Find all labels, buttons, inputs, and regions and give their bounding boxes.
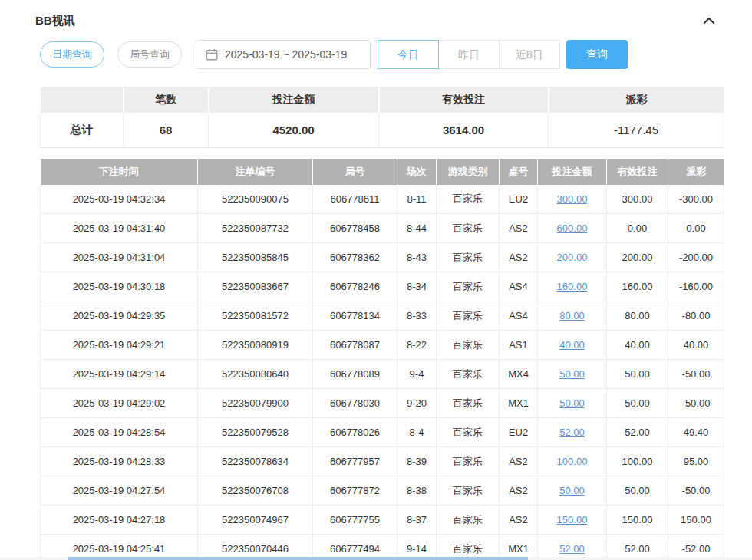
table-no-cell: AS1 <box>500 331 538 360</box>
game-type-cell: 百家乐 <box>437 243 500 272</box>
bet-amount-cell: 50.00 <box>538 476 607 506</box>
bet-amount-link[interactable]: 300.00 <box>557 193 588 205</box>
col-header-bet-time: 下注时间 <box>41 159 198 185</box>
order-no-cell: 522350080640 <box>198 360 313 389</box>
order-no-cell: 522350079900 <box>198 389 313 418</box>
bet-amount-cell: 300.00 <box>538 185 607 214</box>
round-no-cell: 606778134 <box>313 301 397 331</box>
table-no-cell: AS2 <box>500 447 538 476</box>
table-no-cell: EU2 <box>500 185 538 214</box>
session-cell: 9-20 <box>397 389 437 418</box>
payout-cell: 49.40 <box>668 418 724 447</box>
table-row: 2025-03-19 04:27:54522350076708606777872… <box>41 476 724 506</box>
session-cell: 8-44 <box>397 214 437 243</box>
session-cell: 8-22 <box>397 331 437 360</box>
bet-amount-cell: 50.00 <box>538 360 607 389</box>
col-header-bet-amount: 投注金额 <box>538 159 607 185</box>
table-no-cell: MX1 <box>500 535 538 560</box>
bet-time-cell: 2025-03-19 04:32:34 <box>41 185 198 214</box>
bet-time-cell: 2025-03-19 04:29:35 <box>41 301 198 331</box>
payout-cell: -52.00 <box>668 535 724 560</box>
date-range-picker[interactable]: 2025-03-19 ~ 2025-03-19 <box>196 40 371 69</box>
payout-cell: -80.00 <box>668 301 724 331</box>
bet-time-cell: 2025-03-19 04:31:04 <box>41 243 198 272</box>
summary-total-label: 总计 <box>41 113 124 147</box>
quick-tab-today[interactable]: 今日 <box>378 40 439 69</box>
bet-amount-cell: 52.00 <box>538 535 607 560</box>
bet-amount-cell: 80.00 <box>538 301 607 331</box>
payout-cell: -50.00 <box>668 476 724 506</box>
quick-tab-yesterday[interactable]: 昨日 <box>438 40 500 69</box>
round-no-cell: 606778362 <box>313 243 397 272</box>
round-no-cell: 606777957 <box>313 447 397 476</box>
bet-amount-link[interactable]: 52.00 <box>559 543 585 555</box>
round-no-cell: 606777755 <box>313 506 397 535</box>
bet-amount-link[interactable]: 150.00 <box>557 514 588 525</box>
round-no-cell: 606778246 <box>313 272 397 301</box>
session-cell: 8-34 <box>397 272 437 301</box>
session-cell: 8-43 <box>397 243 437 272</box>
bet-time-cell: 2025-03-19 04:27:54 <box>41 476 198 506</box>
summary-col-bet-amount: 投注金额 <box>209 87 379 113</box>
bet-amount-link[interactable]: 50.00 <box>559 485 585 496</box>
round-query-button[interactable]: 局号查询 <box>117 41 182 68</box>
valid-bet-cell: 52.00 <box>607 535 668 560</box>
summary-col-payout: 派彩 <box>549 87 724 113</box>
table-no-cell: AS4 <box>500 272 538 301</box>
valid-bet-cell: 100.00 <box>607 447 668 476</box>
col-header-round-no: 局号 <box>313 159 397 185</box>
bet-amount-cell: 160.00 <box>538 272 607 301</box>
game-type-cell: 百家乐 <box>437 447 500 476</box>
col-header-payout: 派彩 <box>668 159 724 185</box>
bet-amount-link[interactable]: 100.00 <box>557 456 588 467</box>
bet-amount-link[interactable]: 80.00 <box>559 310 585 321</box>
summary-payout-value: -1177.45 <box>549 113 724 147</box>
table-no-cell: MX1 <box>500 389 538 418</box>
order-no-cell: 522350079528 <box>198 418 313 447</box>
payout-cell: -50.00 <box>668 360 724 389</box>
round-no-cell: 606778026 <box>313 418 397 447</box>
bet-amount-link[interactable]: 200.00 <box>557 252 588 263</box>
game-type-cell: 百家乐 <box>437 418 500 447</box>
search-button[interactable]: 查询 <box>566 40 628 69</box>
table-row: 2025-03-19 04:31:40522350087732606778458… <box>41 214 724 243</box>
section-header: BB视讯 <box>35 8 718 34</box>
table-row: 2025-03-19 04:29:02522350079900606778030… <box>41 389 724 418</box>
table-no-cell: MX4 <box>500 360 538 389</box>
payout-cell: -50.00 <box>668 389 724 418</box>
bet-time-cell: 2025-03-19 04:28:54 <box>41 418 198 447</box>
bet-amount-link[interactable]: 52.00 <box>559 427 585 438</box>
bet-records-table: 下注时间 注单编号 局号 场次 游戏类别 桌号 投注金额 有效投注 派彩 202… <box>40 159 724 560</box>
session-cell: 8-11 <box>397 185 437 214</box>
bet-time-cell: 2025-03-19 04:25:41 <box>41 535 198 560</box>
calendar-icon <box>206 48 218 61</box>
order-no-cell: 522350081572 <box>198 301 313 331</box>
summary-count-value: 68 <box>124 113 209 147</box>
date-query-button[interactable]: 日期查询 <box>40 41 104 68</box>
valid-bet-cell: 50.00 <box>607 360 668 389</box>
order-no-cell: 522350083667 <box>198 272 313 301</box>
bet-amount-link[interactable]: 600.00 <box>557 222 588 234</box>
game-type-cell: 百家乐 <box>437 535 500 560</box>
summary-col-valid-bet: 有效投注 <box>379 87 549 113</box>
table-no-cell: AS2 <box>500 476 538 506</box>
payout-cell: 95.00 <box>668 447 724 476</box>
session-cell: 8-4 <box>397 418 437 447</box>
bet-amount-cell: 600.00 <box>538 214 607 243</box>
quick-tab-last8days[interactable]: 近8日 <box>499 40 560 69</box>
horizontal-scrollbar[interactable] <box>0 557 752 560</box>
col-header-order-no: 注单编号 <box>198 159 313 185</box>
table-no-cell: AS2 <box>500 214 538 243</box>
table-row: 2025-03-19 04:28:54522350079528606778026… <box>41 418 724 447</box>
bet-amount-cell: 52.00 <box>538 418 607 447</box>
order-no-cell: 522350087732 <box>198 214 313 243</box>
horizontal-scrollbar-thumb[interactable] <box>68 557 528 560</box>
bet-amount-link[interactable]: 160.00 <box>557 281 588 292</box>
bet-amount-link[interactable]: 50.00 <box>559 397 585 409</box>
bet-amount-cell: 40.00 <box>538 331 607 360</box>
collapse-chevron-icon[interactable] <box>700 14 718 28</box>
valid-bet-cell: 0.00 <box>607 214 668 243</box>
bet-amount-link[interactable]: 40.00 <box>559 339 585 351</box>
payout-cell: -200.00 <box>668 243 724 272</box>
bet-amount-link[interactable]: 50.00 <box>559 368 585 380</box>
